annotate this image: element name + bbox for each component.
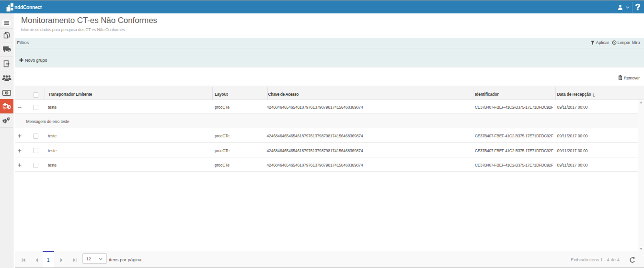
svg-text:0: 0 (6, 91, 8, 94)
